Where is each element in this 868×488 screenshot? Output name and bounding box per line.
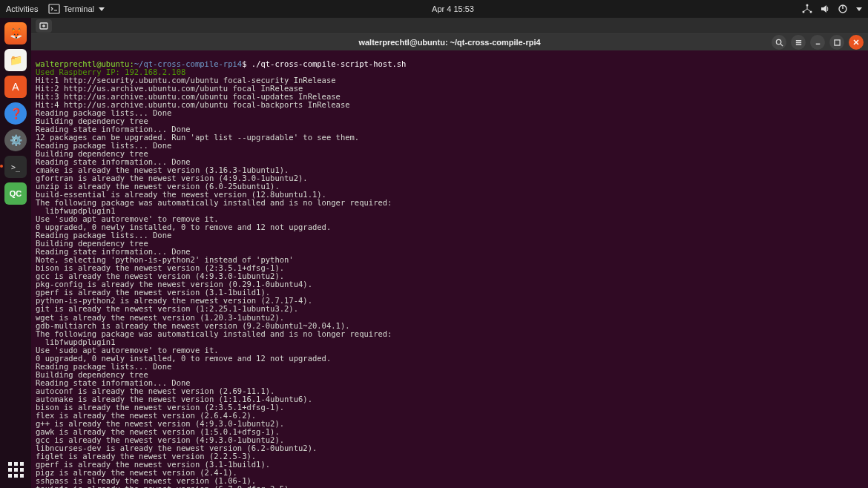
titlebar: walterprechtl@ubuntu: ~/qt-cross-compile… <box>31 34 868 50</box>
activities-button[interactable]: Activities <box>6 4 38 13</box>
minimize-button[interactable] <box>810 35 825 50</box>
svg-rect-7 <box>834 39 839 44</box>
search-button[interactable] <box>772 35 786 50</box>
dock-help[interactable]: ❓ <box>4 102 27 125</box>
chevron-down-icon[interactable] <box>856 7 862 11</box>
terminal-output: Hit:1 http://security.ubuntu.com/ubuntu … <box>36 76 392 488</box>
terminal-pane[interactable]: walterprechtl@ubuntu:~/qt-cross-compile-… <box>31 50 868 488</box>
dock-settings[interactable]: ⚙️ <box>4 129 27 151</box>
maximize-icon <box>834 39 841 46</box>
svg-rect-0 <box>49 4 59 13</box>
new-tab-icon <box>39 22 48 30</box>
dock-qtcreator[interactable]: QC <box>4 182 27 205</box>
terminal-menu[interactable]: Terminal <box>48 3 105 15</box>
topbar: Activities Terminal Apr 4 15:53 <box>0 0 868 18</box>
dock-files[interactable]: 📁 <box>4 49 27 71</box>
dock: 🦊 📁 A ❓ ⚙️ >_ QC <box>0 18 31 488</box>
hamburger-icon <box>795 39 803 47</box>
prompt-dollar: $ <box>242 59 246 68</box>
svg-point-6 <box>776 39 780 44</box>
maximize-button[interactable] <box>829 35 844 50</box>
dock-apps[interactable] <box>4 458 27 481</box>
prompt-command: ./qt-cross-compile-script-host.sh <box>251 59 407 68</box>
window-title: walterprechtl@ubuntu: ~/qt-cross-compile… <box>31 38 868 47</box>
dock-firefox[interactable]: 🦊 <box>4 22 27 44</box>
dock-software[interactable]: A <box>4 76 27 98</box>
close-icon <box>852 39 860 46</box>
clock[interactable]: Apr 4 15:53 <box>105 4 801 13</box>
new-tab-button[interactable] <box>36 19 52 33</box>
chevron-down-icon <box>99 7 105 11</box>
network-icon[interactable] <box>801 3 813 15</box>
terminal-icon <box>48 3 60 15</box>
tab-bar <box>31 18 868 34</box>
power-icon[interactable] <box>837 3 849 15</box>
close-button[interactable] <box>849 35 864 50</box>
menu-button[interactable] <box>791 35 806 50</box>
volume-icon[interactable] <box>819 3 831 15</box>
search-icon <box>775 39 783 47</box>
terminal-menu-label: Terminal <box>63 4 94 13</box>
minimize-icon <box>814 39 822 47</box>
apps-grid-icon <box>8 462 24 478</box>
dock-terminal[interactable]: >_ <box>4 156 27 178</box>
